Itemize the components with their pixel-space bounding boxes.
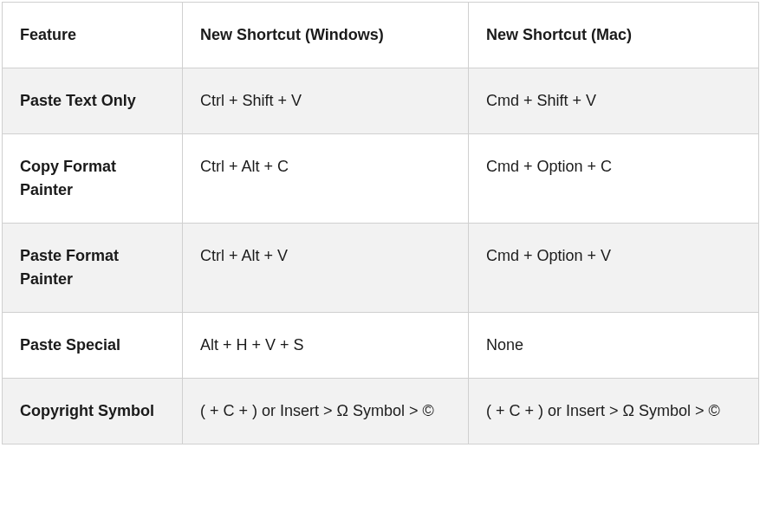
cell-feature: Paste Special bbox=[3, 313, 183, 379]
table-header-row: Feature New Shortcut (Windows) New Short… bbox=[3, 3, 759, 68]
table-row: Paste Format Painter Ctrl + Alt + V Cmd … bbox=[3, 224, 759, 313]
shortcuts-table: Feature New Shortcut (Windows) New Short… bbox=[2, 2, 759, 444]
cell-mac: None bbox=[469, 313, 759, 379]
cell-feature: Paste Text Only bbox=[3, 68, 183, 134]
cell-mac: Cmd + Option + V bbox=[469, 224, 759, 313]
cell-mac: ( + C + ) or Insert > Ω Symbol > © bbox=[469, 379, 759, 444]
cell-mac: Cmd + Shift + V bbox=[469, 68, 759, 134]
cell-windows: Ctrl + Alt + V bbox=[183, 224, 469, 313]
cell-windows: Ctrl + Shift + V bbox=[183, 68, 469, 134]
table-row: Paste Special Alt + H + V + S None bbox=[3, 313, 759, 379]
header-windows: New Shortcut (Windows) bbox=[183, 3, 469, 68]
header-mac: New Shortcut (Mac) bbox=[469, 3, 759, 68]
cell-feature: Paste Format Painter bbox=[3, 224, 183, 313]
table-row: Copy Format Painter Ctrl + Alt + C Cmd +… bbox=[3, 134, 759, 224]
cell-windows: Alt + H + V + S bbox=[183, 313, 469, 379]
cell-feature: Copy Format Painter bbox=[3, 134, 183, 224]
cell-windows: ( + C + ) or Insert > Ω Symbol > © bbox=[183, 379, 469, 444]
cell-feature: Copyright Symbol bbox=[3, 379, 183, 444]
cell-windows: Ctrl + Alt + C bbox=[183, 134, 469, 224]
table-row: Copyright Symbol ( + C + ) or Insert > Ω… bbox=[3, 379, 759, 444]
cell-mac: Cmd + Option + C bbox=[469, 134, 759, 224]
header-feature: Feature bbox=[3, 3, 183, 68]
table-row: Paste Text Only Ctrl + Shift + V Cmd + S… bbox=[3, 68, 759, 134]
